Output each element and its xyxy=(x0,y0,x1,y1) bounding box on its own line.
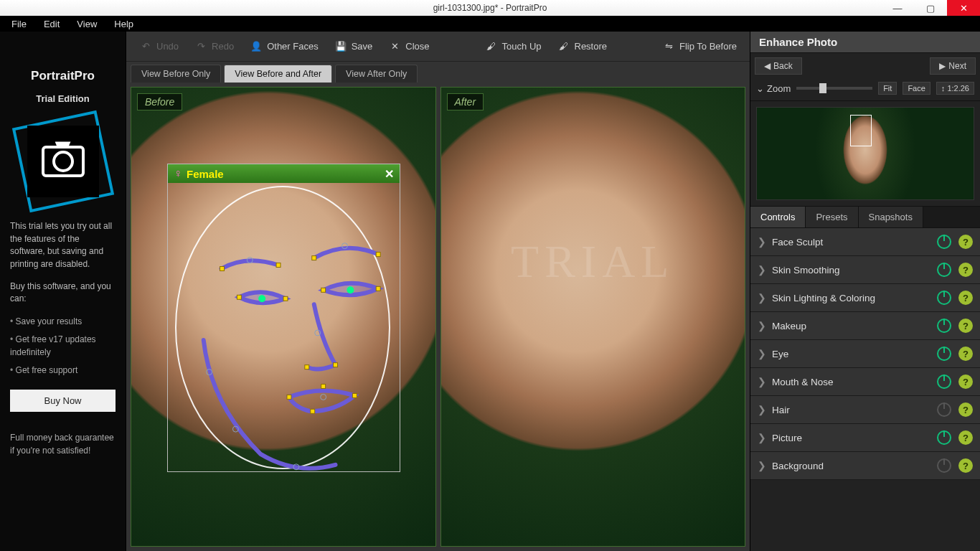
after-label: After xyxy=(447,93,484,110)
next-button[interactable]: ▶Next xyxy=(930,57,976,75)
zoom-slider[interactable] xyxy=(796,87,872,90)
maximize-button[interactable]: ▢ xyxy=(914,0,947,16)
minimize-button[interactable]: — xyxy=(881,0,914,16)
help-icon[interactable]: ? xyxy=(958,402,973,417)
feature-bullet: Save your results xyxy=(10,316,116,328)
help-icon[interactable]: ? xyxy=(958,430,973,445)
power-toggle-icon[interactable] xyxy=(937,235,951,249)
svg-rect-6 xyxy=(321,288,326,292)
power-toggle-icon[interactable] xyxy=(937,319,951,333)
power-toggle-icon[interactable] xyxy=(937,347,951,361)
help-icon[interactable]: ? xyxy=(958,458,973,473)
tab-view-before-and-after[interactable]: View Before and After xyxy=(224,65,332,83)
help-icon[interactable]: ? xyxy=(958,347,973,361)
chevron-right-icon: ❯ xyxy=(758,404,766,415)
touch-up-button[interactable]: 🖌Touch Up xyxy=(478,36,549,57)
svg-point-14 xyxy=(247,258,253,263)
left-sidebar: PortraitPro Trial Edition This trial let… xyxy=(0,32,126,551)
control-row[interactable]: ❯Skin Lighting & Coloring? xyxy=(750,284,980,312)
camera-icon xyxy=(42,146,85,177)
help-icon[interactable]: ? xyxy=(958,263,973,277)
control-row[interactable]: ❯Makeup? xyxy=(750,312,980,340)
control-row[interactable]: ❯Mouth & Nose? xyxy=(750,368,980,396)
help-icon[interactable]: ? xyxy=(958,291,973,305)
trial-description: This trial lets you try out all the feat… xyxy=(10,220,116,270)
menu-file[interactable]: File xyxy=(3,17,35,32)
control-row[interactable]: ❯Skin Smoothing? xyxy=(750,256,980,284)
redo-button[interactable]: ↷Redo xyxy=(187,36,241,57)
brand-logo xyxy=(20,118,106,204)
window-close-button[interactable]: ✕ xyxy=(947,0,980,16)
triangle-left-icon: ◀ xyxy=(764,61,771,71)
gender-label: Female xyxy=(187,168,224,180)
buy-now-button[interactable]: Buy Now xyxy=(10,390,116,412)
save-button[interactable]: 💾Save xyxy=(327,36,380,57)
face-landmarks xyxy=(168,183,400,471)
svg-point-17 xyxy=(347,286,352,291)
thumbnail-navigator[interactable] xyxy=(750,101,980,207)
before-pane[interactable]: Before ♀ Female ✕ xyxy=(131,87,436,547)
power-toggle-icon[interactable] xyxy=(937,402,951,417)
view-mode-tabs: View Before Only View Before and After V… xyxy=(126,62,750,83)
thumbnail-face-rect[interactable] xyxy=(850,115,872,146)
svg-rect-13 xyxy=(311,409,315,413)
after-pane[interactable]: After TRIAL xyxy=(440,87,746,547)
zoom-ratio[interactable]: ↕ 1:2.26 xyxy=(936,82,974,95)
power-toggle-icon[interactable] xyxy=(937,263,951,277)
tab-view-before-only[interactable]: View Before Only xyxy=(131,65,221,83)
chevron-right-icon: ❯ xyxy=(758,264,766,276)
close-button[interactable]: ✕Close xyxy=(381,36,436,57)
control-label: Picture xyxy=(772,433,937,443)
menu-edit[interactable]: Edit xyxy=(35,17,68,32)
control-row[interactable]: ❯Background? xyxy=(750,452,980,480)
help-icon[interactable]: ? xyxy=(958,319,973,333)
control-row[interactable]: ❯Picture? xyxy=(750,424,980,452)
zoom-fit-button[interactable]: Fit xyxy=(878,82,897,95)
brand-subtitle: Trial Edition xyxy=(10,93,116,106)
zoom-face-button[interactable]: Face xyxy=(903,82,930,95)
svg-rect-10 xyxy=(287,395,291,399)
face-box-close-icon[interactable]: ✕ xyxy=(385,167,394,181)
flip-to-before-button[interactable]: ⇋Flip To Before xyxy=(655,36,744,57)
control-row[interactable]: ❯Eye? xyxy=(750,340,980,368)
control-label: Face Sculpt xyxy=(772,237,937,248)
person-plus-icon: 👤 xyxy=(250,40,263,53)
feature-bullet: Get free v17 updates indefinitely xyxy=(10,334,116,359)
power-toggle-icon[interactable] xyxy=(937,430,951,445)
chevron-right-icon: ❯ xyxy=(758,348,766,359)
brand-title: PortraitPro xyxy=(10,67,116,85)
chevron-right-icon: ❯ xyxy=(758,292,766,303)
menu-help[interactable]: Help xyxy=(105,17,142,32)
other-faces-button[interactable]: 👤Other Faces xyxy=(242,36,326,57)
tab-snapshots[interactable]: Snapshots xyxy=(859,207,923,227)
undo-button[interactable]: ↶Undo xyxy=(132,36,186,57)
chevron-right-icon: ❯ xyxy=(758,236,766,248)
power-toggle-icon[interactable] xyxy=(937,291,951,305)
power-toggle-icon[interactable] xyxy=(937,458,951,473)
back-button[interactable]: ◀Back xyxy=(755,57,802,75)
svg-rect-11 xyxy=(321,385,326,389)
help-icon[interactable]: ? xyxy=(958,235,973,249)
power-toggle-icon[interactable] xyxy=(937,375,951,389)
tab-controls[interactable]: Controls xyxy=(750,207,806,227)
zoom-toggle[interactable]: ⌄Zoom xyxy=(756,83,791,94)
right-panel: Enhance Photo ◀Back ▶Next ⌄Zoom Fit Face… xyxy=(750,32,980,551)
chevron-right-icon: ❯ xyxy=(758,432,766,443)
restore-button[interactable]: 🖌Restore xyxy=(550,36,615,57)
control-row[interactable]: ❯Hair? xyxy=(750,396,980,424)
svg-point-24 xyxy=(347,286,354,293)
svg-rect-12 xyxy=(352,393,357,397)
chevron-right-icon: ❯ xyxy=(758,320,766,331)
main-toolbar: ↶Undo ↷Redo 👤Other Faces 💾Save ✕Close 🖌T… xyxy=(126,32,750,62)
help-icon[interactable]: ? xyxy=(958,375,973,389)
guarantee-text: Full money back guarantee if you're not … xyxy=(10,432,116,457)
tab-presets[interactable]: Presets xyxy=(806,207,858,227)
feature-bullets: Save your resultsGet free v17 updates in… xyxy=(10,316,116,377)
thumbnail-image xyxy=(756,107,974,200)
control-row[interactable]: ❯Face Sculpt? xyxy=(750,228,980,256)
controls-tabstrip: Controls Presets Snapshots xyxy=(750,207,980,228)
menu-view[interactable]: View xyxy=(68,17,105,32)
face-detection-box[interactable]: ♀ Female ✕ xyxy=(167,164,400,472)
tab-view-after-only[interactable]: View After Only xyxy=(335,65,418,83)
control-label: Skin Lighting & Coloring xyxy=(772,293,937,303)
